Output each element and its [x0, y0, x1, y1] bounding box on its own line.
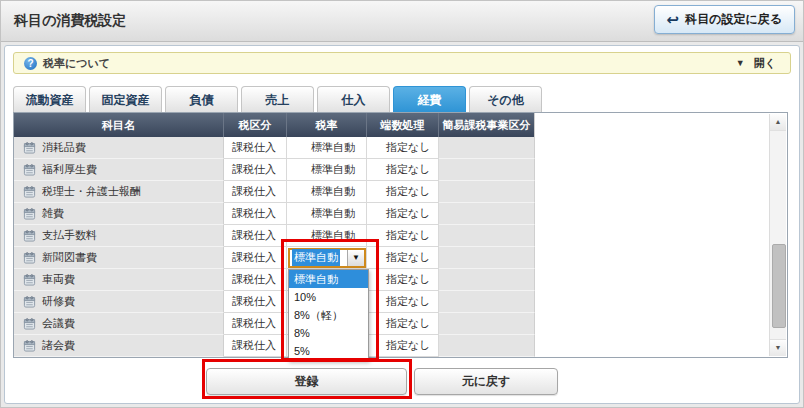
- account-name: 研修費: [42, 294, 75, 309]
- tab-7[interactable]: その他: [469, 86, 542, 112]
- table-row: 税理士・弁護士報酬課税仕入標準自動指定なし: [14, 181, 787, 203]
- accounts-table: 科目名税区分税率端数処理簡易課税事業区分 消耗品費課税仕入標準自動指定なし福利厚…: [13, 112, 788, 358]
- account-book-icon: [23, 185, 36, 198]
- dropdown-option[interactable]: 8%: [289, 324, 368, 342]
- simplified-tax-business-class-cell: [439, 247, 535, 269]
- tax-rate-info-bar[interactable]: ? 税率について ▼ 開く: [13, 52, 791, 74]
- dropdown-option[interactable]: 標準自動: [289, 270, 368, 288]
- rounding-cell[interactable]: 指定なし: [367, 313, 439, 335]
- rounding-cell[interactable]: 指定なし: [367, 181, 439, 203]
- tax-class-cell[interactable]: 課税仕入: [224, 291, 287, 313]
- table-row: 車両費課税仕入指定なし: [14, 269, 787, 291]
- tab-6-active[interactable]: 経費: [393, 86, 466, 112]
- tax-rate-cell[interactable]: 標準自動: [287, 159, 367, 181]
- account-name: 車両費: [42, 272, 75, 287]
- tax-class-cell[interactable]: 課税仕入: [224, 203, 287, 225]
- tax-class-cell[interactable]: 課税仕入: [224, 269, 287, 291]
- tax-class-cell[interactable]: 課税仕入: [224, 335, 287, 357]
- tab-1[interactable]: 流動資産: [13, 86, 86, 112]
- tax-rate-cell[interactable]: 標準自動: [287, 137, 367, 159]
- account-name-cell: 消耗品費: [14, 137, 224, 159]
- tax-rate-cell[interactable]: 標準自動: [287, 203, 367, 225]
- register-button[interactable]: 登録: [206, 368, 407, 395]
- simplified-tax-business-class-cell: [439, 159, 535, 181]
- tab-4[interactable]: 売上: [241, 86, 314, 112]
- back-to-account-settings-button[interactable]: ↩ 科目の設定に戻る: [654, 5, 795, 34]
- dropdown-option[interactable]: 5%: [289, 342, 368, 360]
- account-name-cell: 新聞図書費: [14, 247, 224, 269]
- table-row: 新聞図書費課税仕入標準自動▼指定なし: [14, 247, 787, 269]
- tax-class-cell[interactable]: 課税仕入: [224, 225, 287, 247]
- account-name: 福利厚生費: [42, 162, 97, 177]
- account-name: 消耗品費: [42, 140, 86, 155]
- column-header: 端数処理: [367, 113, 439, 137]
- rounding-cell[interactable]: 指定なし: [367, 247, 439, 269]
- rounding-cell[interactable]: 指定なし: [367, 335, 439, 357]
- rounding-cell[interactable]: 指定なし: [367, 225, 439, 247]
- dropdown-option[interactable]: 10%: [289, 288, 368, 306]
- select-arrow-icon[interactable]: ▼: [347, 250, 364, 266]
- tax-rate-cell[interactable]: 標準自動: [287, 225, 367, 247]
- tax-class-cell[interactable]: 課税仕入: [224, 247, 287, 269]
- simplified-tax-business-class-cell: [439, 291, 535, 313]
- table-header-row: 科目名税区分税率端数処理簡易課税事業区分: [14, 113, 787, 137]
- scroll-up-button[interactable]: ▲: [770, 114, 786, 131]
- rounding-cell[interactable]: 指定なし: [367, 203, 439, 225]
- open-toggle-label: 開く: [754, 56, 776, 71]
- account-name-cell: 会議費: [14, 313, 224, 335]
- table-row: 支払手数料課税仕入標準自動指定なし: [14, 225, 787, 247]
- account-book-icon: [23, 317, 36, 330]
- rounding-cell[interactable]: 指定なし: [367, 137, 439, 159]
- tax-class-cell[interactable]: 課税仕入: [224, 181, 287, 203]
- tax-class-cell[interactable]: 課税仕入: [224, 137, 287, 159]
- rounding-cell[interactable]: 指定なし: [367, 269, 439, 291]
- account-book-icon: [23, 273, 36, 286]
- dropdown-option[interactable]: 8%（軽）: [289, 306, 368, 324]
- table-row: 会議費課税仕入指定なし: [14, 313, 787, 335]
- scrollbar-thumb[interactable]: [772, 244, 786, 328]
- chevron-down-icon: ▼: [736, 58, 745, 68]
- table-row: 福利厚生費課税仕入標準自動指定なし: [14, 159, 787, 181]
- simplified-tax-business-class-cell: [439, 137, 535, 159]
- account-book-icon: [23, 141, 36, 154]
- account-book-icon: [23, 229, 36, 242]
- account-book-icon: [23, 295, 36, 308]
- help-icon: ?: [24, 57, 37, 70]
- simplified-tax-business-class-cell: [439, 313, 535, 335]
- tab-2[interactable]: 固定資産: [89, 86, 162, 112]
- undo-button[interactable]: 元に戻す: [414, 368, 558, 395]
- tax-rate-dropdown-list: 標準自動10%8%（軽）8%5%: [288, 269, 369, 361]
- simplified-tax-business-class-cell: [439, 225, 535, 247]
- account-name: 支払手数料: [42, 228, 97, 243]
- account-name-cell: 支払手数料: [14, 225, 224, 247]
- main-panel: ? 税率について ▼ 開く 流動資産固定資産負債売上仕入経費その他 科目名税区分…: [4, 45, 800, 404]
- simplified-tax-business-class-cell: [439, 181, 535, 203]
- register-button-label: 登録: [295, 373, 319, 390]
- table-row: 雑費課税仕入標準自動指定なし: [14, 203, 787, 225]
- tab-bar: 流動資産固定資産負債売上仕入経費その他: [13, 86, 542, 112]
- simplified-tax-business-class-cell: [439, 269, 535, 291]
- scroll-down-button[interactable]: ▼: [770, 339, 786, 356]
- table-row: 研修費課税仕入指定なし: [14, 291, 787, 313]
- info-bar-open-toggle[interactable]: ▼ 開く: [736, 56, 780, 71]
- account-name-cell: 福利厚生費: [14, 159, 224, 181]
- tax-class-cell[interactable]: 課税仕入: [224, 313, 287, 335]
- account-name-cell: 諸会費: [14, 335, 224, 357]
- rounding-cell[interactable]: 指定なし: [367, 159, 439, 181]
- tax-rate-select[interactable]: 標準自動▼: [288, 248, 366, 268]
- return-arrow-icon: ↩: [667, 12, 680, 27]
- rounding-cell[interactable]: 指定なし: [367, 291, 439, 313]
- account-book-icon: [23, 251, 36, 264]
- simplified-tax-business-class-cell: [439, 335, 535, 357]
- account-name: 新聞図書費: [42, 250, 97, 265]
- tab-5[interactable]: 仕入: [317, 86, 390, 112]
- account-name: 雑費: [42, 206, 64, 221]
- tab-3[interactable]: 負債: [165, 86, 238, 112]
- table-body: 消耗品費課税仕入標準自動指定なし福利厚生費課税仕入標準自動指定なし税理士・弁護士…: [14, 137, 787, 357]
- tax-rate-cell[interactable]: 標準自動: [287, 181, 367, 203]
- account-book-icon: [23, 207, 36, 220]
- account-book-icon: [23, 339, 36, 352]
- title-bar: 科目の消費税設定 ↩ 科目の設定に戻る: [0, 0, 804, 42]
- tax-class-cell[interactable]: 課税仕入: [224, 159, 287, 181]
- vertical-scrollbar[interactable]: ▲ ▼: [769, 114, 786, 356]
